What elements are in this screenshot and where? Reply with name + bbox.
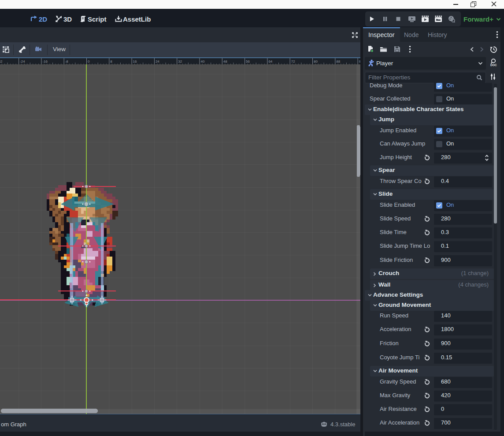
svg-text:32: 32 (178, 59, 182, 63)
svg-text:-8: -8 (65, 59, 69, 63)
svg-text:24: 24 (156, 59, 159, 63)
svg-text:88: 88 (336, 59, 340, 63)
svg-text:48: 48 (223, 59, 227, 63)
svg-text:-24: -24 (20, 59, 25, 63)
svg-text:16: 16 (133, 59, 137, 63)
svg-text:56: 56 (246, 59, 250, 63)
svg-text:80: 80 (314, 59, 318, 63)
svg-text:-16: -16 (42, 59, 48, 63)
svg-text:64: 64 (268, 59, 272, 63)
svg-text:-32: -32 (0, 59, 3, 63)
svg-text:0: 0 (88, 59, 90, 63)
svg-text:72: 72 (291, 59, 295, 63)
svg-text:8: 8 (110, 59, 112, 63)
svg-text:DOC: DOC (490, 63, 497, 67)
svg-text:40: 40 (201, 59, 205, 63)
